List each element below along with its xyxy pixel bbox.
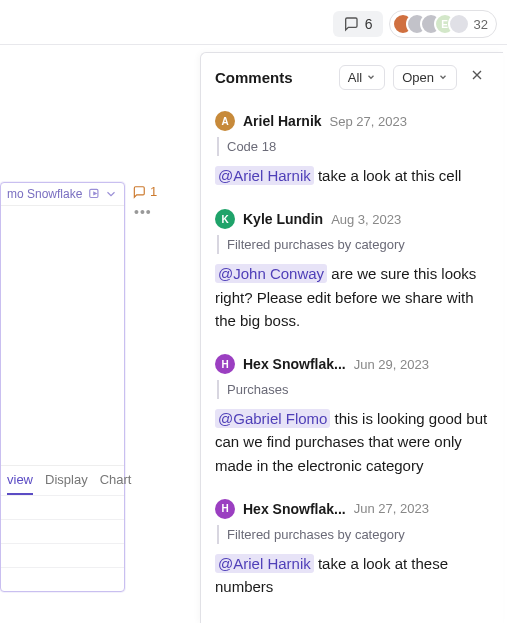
comments-panel-header: Comments All Open [201, 53, 503, 101]
state-label: Open [402, 70, 434, 85]
notebook-cell[interactable]: mo Snowflake view Display Chart [0, 182, 125, 592]
comment-author: Hex Snowflak... [243, 356, 346, 372]
filter-dropdown[interactable]: All [339, 65, 385, 90]
table-row[interactable] [1, 495, 124, 519]
run-icon [88, 187, 102, 201]
comment-icon [343, 16, 359, 32]
comment-author: Ariel Harnik [243, 113, 322, 129]
comment-date: Sep 27, 2023 [330, 114, 407, 129]
comment-date: Aug 3, 2023 [331, 212, 401, 227]
chevron-down-icon [438, 72, 448, 82]
avatar: H [215, 499, 235, 519]
comment-date: Jun 27, 2023 [354, 501, 429, 516]
comments-panel: Comments All Open AAriel HarnikSep 27, 2… [200, 52, 503, 623]
header-divider [0, 44, 507, 45]
comment-context[interactable]: Purchases [217, 380, 489, 399]
comment-count-value: 6 [365, 16, 373, 32]
mention[interactable]: @Gabriel Flomo [215, 409, 330, 428]
close-panel-button[interactable] [465, 63, 489, 91]
comment-context[interactable]: Filtered purchases by category [217, 525, 489, 544]
filter-label: All [348, 70, 362, 85]
mention[interactable]: @Ariel Harnik [215, 166, 314, 185]
cell-comment-indicator[interactable]: 1 [132, 184, 157, 199]
tab-chart[interactable]: Chart [100, 472, 132, 495]
comment-date: Jun 29, 2023 [354, 357, 429, 372]
cell-more-button[interactable]: ••• [134, 204, 152, 220]
comment-author: Kyle Lundin [243, 211, 323, 227]
mention[interactable]: @John Conway [215, 264, 327, 283]
header-comment-count[interactable]: 6 [333, 11, 383, 37]
comment-icon [132, 185, 146, 199]
avatar: A [215, 111, 235, 131]
comment-item[interactable]: HHex Snowflak...Jun 27, 2023Filtered pur… [215, 493, 499, 615]
comment-item[interactable]: HHex Snowflak...Jun 29, 2023Purchases@Ga… [215, 348, 499, 493]
cell-run-controls[interactable] [88, 187, 118, 201]
cell-comment-count: 1 [150, 184, 157, 199]
table-row[interactable] [1, 567, 124, 591]
close-icon [469, 67, 485, 83]
comment-item[interactable]: KKyle LundinAug 3, 2023Filtered purchase… [215, 203, 499, 348]
tab-view[interactable]: view [7, 472, 33, 495]
state-dropdown[interactable]: Open [393, 65, 457, 90]
viewer-avatar [448, 13, 470, 35]
table-row[interactable] [1, 519, 124, 543]
avatar: K [215, 209, 235, 229]
comments-list: AAriel HarnikSep 27, 2023Code 18@Ariel H… [201, 101, 503, 623]
comment-item[interactable]: AAriel HarnikSep 27, 2023Code 18@Ariel H… [215, 105, 499, 203]
output-table [1, 495, 124, 591]
comment-author: Hex Snowflak... [243, 501, 346, 517]
comment-body: @Ariel Harnik take a look at these numbe… [215, 552, 489, 599]
tab-display[interactable]: Display [45, 472, 88, 495]
cell-title: mo Snowflake [7, 187, 82, 201]
avatar: H [215, 354, 235, 374]
cell-body [1, 205, 124, 465]
viewer-avatar-stack[interactable]: E 32 [389, 10, 497, 38]
comment-context[interactable]: Filtered purchases by category [217, 235, 489, 254]
comment-body: @Ariel Harnik take a look at this cell [215, 164, 489, 187]
chevron-down-icon [104, 187, 118, 201]
mention[interactable]: @Ariel Harnik [215, 554, 314, 573]
comment-body: @Gabriel Flomo this is looking good but … [215, 407, 489, 477]
chevron-down-icon [366, 72, 376, 82]
comment-body: @John Conway are we sure this looks righ… [215, 262, 489, 332]
viewer-count: 32 [474, 17, 488, 32]
cell-output-tabs: view Display Chart [1, 465, 124, 495]
table-row[interactable] [1, 543, 124, 567]
comment-context[interactable]: Code 18 [217, 137, 489, 156]
panel-title: Comments [215, 69, 331, 86]
